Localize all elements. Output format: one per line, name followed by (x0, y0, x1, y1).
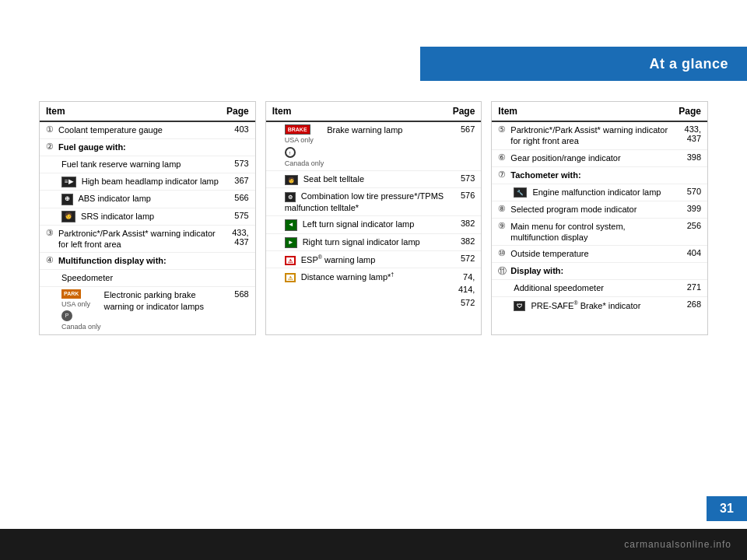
table-row: ① Coolant temperature gauge 403 (40, 122, 255, 139)
tire-icon: ⚙ (285, 192, 296, 202)
table-row: 🛡 PRE-SAFE® Brake* indicator 268 (492, 297, 707, 314)
table-row: BRAKE USA only ! Canada only Brake warni… (266, 122, 482, 171)
row-text: Selected program mode indi­cator (510, 204, 674, 215)
table-row: ⑦ Tachometer with: (492, 167, 707, 184)
row-text: ⚠ ESP® warning lamp (285, 254, 448, 265)
middle-item-header: Item (272, 106, 292, 117)
row-text: ► Right turn signal indicator lamp (285, 236, 448, 248)
table-row: 🧑‍ Seat belt telltale 573 (266, 171, 482, 188)
header-banner: At a glance (420, 47, 747, 81)
table-row: ⊕ ABS indicator lamp 566 (40, 191, 255, 208)
table-row: PARK USA only P Canada only Electronic p… (40, 287, 255, 334)
row-text: Parktronic*/Park Assist* warning indicat… (510, 124, 674, 147)
seatbelt-icon: 🧑‍ (285, 175, 298, 185)
canada-only-label: Canada only (61, 323, 101, 332)
row-text: Fuel tank reserve warning lamp (61, 159, 222, 170)
pre-safe-icon: 🛡 (514, 301, 525, 311)
row-number: ② (46, 142, 58, 152)
row-number: ① (46, 124, 58, 135)
row-text: ≡▶ High beam headlamp indicator lamp (61, 176, 222, 187)
usa-only-label: USA only (61, 300, 90, 310)
row-text: Display with: (510, 265, 674, 276)
header-title: At a glance (649, 56, 728, 72)
table-row: ◄ Left turn signal indicator lamp 382 (266, 216, 482, 233)
row-text: Gear position/range indica­tor (510, 152, 674, 163)
table-row: ⚙ Combination low tire pressure*/TPMS ma… (266, 188, 482, 216)
row-page: 575 (222, 211, 249, 220)
page-number-text: 31 (720, 502, 734, 516)
p-circle-icon: P (61, 310, 72, 321)
row-page: 573 (447, 173, 475, 183)
content-area: Item Page ① Coolant temperature gauge 40… (39, 101, 708, 335)
table-row: ⑥ Gear position/range indica­tor 398 (492, 150, 707, 167)
table-row: Speedometer (40, 270, 255, 287)
row-page: 403 (222, 124, 249, 134)
row-page: 570 (674, 187, 701, 196)
table-row: ⚠ ESP® warning lamp 572 (266, 251, 482, 268)
row-text: 🧑‍ Seat belt telltale (285, 173, 448, 185)
row-page: 572 (447, 254, 475, 263)
row-number: ⑧ (498, 204, 510, 214)
brake-warn-text: Brake warning lamp (327, 124, 402, 135)
table-row: ③ Parktronic*/Park Assist* warning indic… (40, 226, 255, 254)
row-number: ⑤ (498, 124, 510, 135)
row-number: ⑪ (498, 265, 510, 277)
row-page: 566 (222, 193, 249, 202)
row-number: ⑨ (498, 221, 510, 231)
row-page: 568 (222, 289, 249, 299)
table-row: ⚠ Distance warning lamp*† 74, 414, 572 (266, 268, 482, 312)
row-page: 573 (222, 159, 249, 168)
bottom-bar: carmanualsonline.info (0, 529, 747, 560)
row-page: 399 (674, 204, 701, 213)
row-page: 256 (674, 221, 701, 230)
table-row: ② Fuel gauge with: (40, 139, 255, 156)
row-number: ④ (46, 255, 58, 265)
table-row: ⑨ Main menu for control sys­tem, multifu… (492, 219, 707, 247)
row-text: BRAKE USA only ! Canada only Brake warni… (285, 124, 448, 168)
row-page: 382 (447, 236, 475, 246)
right-page-header: Page (679, 106, 701, 117)
row-text: Tachometer with: (510, 170, 674, 180)
row-text: Main menu for control sys­tem, multifunc… (510, 221, 674, 243)
esp-icon: ⚠ (285, 256, 296, 265)
left-page-header: Page (226, 106, 249, 117)
page-number: 31 (707, 496, 747, 521)
park-icon: PARK (61, 289, 81, 298)
bottom-logo-text: carmanualsonline.info (624, 539, 731, 550)
row-page: 271 (674, 282, 701, 292)
right-turn-icon: ► (285, 237, 297, 248)
brake-circle-icon: ! (285, 147, 296, 158)
row-page: 367 (222, 176, 249, 185)
row-text: 🛡 PRE-SAFE® Brake* indicator (514, 299, 674, 311)
row-text: 🔧 Engine malfunction indicator lamp (514, 187, 674, 198)
row-page: 398 (674, 152, 701, 162)
canada-only-label2: Canada only (285, 159, 324, 169)
row-text: ◄ Left turn signal indicator lamp (285, 219, 448, 230)
row-text: Coolant temperature gauge (58, 124, 222, 135)
table-row: Additional speedometer 271 (492, 280, 707, 297)
table-row: 🔧 Engine malfunction indicator lamp 570 (492, 184, 707, 201)
table-row: ≡▶ High beam headlamp indicator lamp 367 (40, 173, 255, 191)
row-number: ⑦ (498, 170, 510, 180)
row-page: 268 (674, 299, 701, 309)
row-text: Parktronic*/Park Assist* warning indicat… (58, 228, 222, 250)
distance-warn-icon: ⚠ (285, 273, 296, 282)
row-page: 404 (674, 248, 701, 257)
row-text: ⚙ Combination low tire pressure*/TPMS ma… (285, 191, 448, 213)
row-page: 433, 437 (222, 228, 249, 247)
row-number: ⑩ (498, 248, 510, 258)
row-number: ③ (46, 228, 58, 238)
panel-right: Item Page ⑤ Parktronic*/Park Assist* war… (491, 101, 708, 335)
srs-icon: 🧑 (61, 211, 75, 222)
row-page: 74, 414, 572 (447, 271, 475, 310)
brake-icon: BRAKE (285, 124, 310, 135)
left-item-header: Item (46, 106, 65, 117)
row-text: Multifunction display with: (58, 255, 222, 266)
right-table-header: Item Page (492, 102, 707, 122)
table-row: ⑧ Selected program mode indi­cator 399 (492, 201, 707, 219)
high-beam-icon: ≡▶ (61, 177, 76, 187)
panel-left: Item Page ① Coolant temperature gauge 40… (39, 101, 256, 335)
table-row: ⑪ Display with: (492, 263, 707, 280)
row-text: Speedometer (61, 272, 222, 283)
abs-icon: ⊕ (61, 194, 73, 205)
